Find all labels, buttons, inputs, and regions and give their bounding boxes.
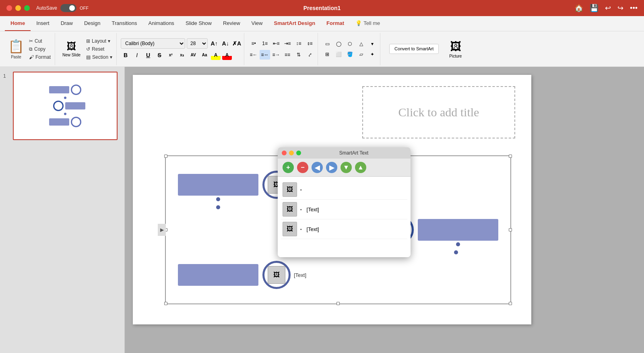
dialog-content: 🖼 ▪ 🖼 ▪ 🖼 ▪ xyxy=(278,177,411,257)
tab-view[interactable]: View xyxy=(246,16,268,31)
shape2-button[interactable]: ◯ xyxy=(333,39,344,49)
dialog-maximize-button[interactable] xyxy=(296,151,301,155)
tab-design[interactable]: Design xyxy=(78,16,106,31)
undo-icon[interactable]: ↩ xyxy=(605,4,611,12)
text-case-button[interactable]: Aa xyxy=(200,50,209,60)
minimize-button[interactable] xyxy=(15,5,21,11)
handle-top-left[interactable] xyxy=(164,155,167,158)
subscript-button[interactable]: x₂ xyxy=(177,50,187,60)
superscript-button[interactable]: x² xyxy=(166,50,175,60)
columns-button[interactable]: ⫾≡ xyxy=(305,39,315,48)
dialog-remove-button[interactable]: − xyxy=(297,162,308,173)
dialog-promote-button[interactable]: ◀ xyxy=(312,162,323,173)
dialog-title-bar: SmartArt Text xyxy=(278,147,411,159)
dialog-text-input-2[interactable] xyxy=(306,206,406,213)
save-icon[interactable]: 💾 xyxy=(590,4,599,12)
strikethrough-button[interactable]: S xyxy=(155,50,164,60)
shape4-button[interactable]: △ xyxy=(356,39,366,49)
tab-draw[interactable]: Draw xyxy=(55,16,78,31)
increase-indent-button[interactable]: ⇥≡ xyxy=(282,39,293,48)
shape-outline-button[interactable]: ▱ xyxy=(356,50,366,59)
font-size-select[interactable]: 28 xyxy=(187,38,208,49)
new-slide-button[interactable]: 🖼 New Slide xyxy=(59,39,84,59)
layout-button[interactable]: ⊞ Layout ▾ xyxy=(85,37,114,45)
handle-bottom-right[interactable] xyxy=(509,302,512,305)
numbering-button[interactable]: 1≡ xyxy=(260,39,270,48)
decrease-indent-button[interactable]: ⇤≡ xyxy=(271,39,281,48)
slide-thumb-box-1[interactable] xyxy=(13,72,118,140)
autosave-toggle[interactable] xyxy=(60,4,76,12)
tab-animations[interactable]: Animations xyxy=(143,16,180,31)
handle-bottom-middle[interactable] xyxy=(336,302,340,305)
increase-font-button[interactable]: A↑ xyxy=(209,39,219,48)
text-direction-button[interactable]: ⇅ xyxy=(293,50,304,60)
slide-number-1: 1 xyxy=(3,73,10,79)
justify-button[interactable]: ≡≡ xyxy=(282,50,293,60)
sa-rect-1 xyxy=(178,174,258,196)
handle-bottom-left[interactable] xyxy=(164,302,167,305)
handle-top-right[interactable] xyxy=(509,155,512,158)
tab-format[interactable]: Format xyxy=(321,16,350,31)
mini-rect-2 xyxy=(65,102,85,109)
italic-button[interactable]: I xyxy=(132,50,142,60)
more-icon[interactable]: ••• xyxy=(630,4,638,12)
align-right-button[interactable]: ≡→ xyxy=(271,50,281,60)
copy-button[interactable]: ⧉ Copy xyxy=(27,45,52,53)
collapse-arrow[interactable]: ▶ xyxy=(158,224,166,236)
arrange-button[interactable]: ⊞ xyxy=(322,50,332,59)
dialog-move-down-button[interactable]: ▼ xyxy=(341,162,352,173)
tab-tell-me[interactable]: 💡Tell me xyxy=(350,16,386,31)
decrease-font-button[interactable]: A↓ xyxy=(221,39,230,48)
tab-home[interactable]: Home xyxy=(5,16,31,31)
redo-icon[interactable]: ↪ xyxy=(617,4,623,12)
shape3-button[interactable]: ⬡ xyxy=(345,39,355,49)
home-icon[interactable]: 🏠 xyxy=(574,4,583,12)
dialog-demote-button[interactable]: ▶ xyxy=(326,162,337,173)
smart-lookup-button[interactable]: ⤤ xyxy=(305,50,315,60)
reset-button[interactable]: ↺ Reset xyxy=(85,45,114,53)
format-painter-button[interactable]: 🖌 Format xyxy=(27,54,52,61)
convert-to-smartart-button[interactable]: Convert to SmartArt xyxy=(389,44,439,54)
dialog-minimize-button[interactable] xyxy=(289,151,294,155)
quick-styles-button[interactable]: ⬜ xyxy=(333,50,344,59)
paste-button[interactable]: 📋 Paste xyxy=(6,37,27,61)
shape-effects-button[interactable]: ✦ xyxy=(367,50,378,59)
cut-button[interactable]: ✂ Cut xyxy=(27,37,52,45)
maximize-button[interactable] xyxy=(24,5,30,11)
dialog-text-input-3[interactable] xyxy=(306,225,406,233)
dialog-close-button[interactable] xyxy=(282,151,287,155)
dialog-move-up-button[interactable]: ▲ xyxy=(355,162,366,173)
line-spacing-button[interactable]: ↕≡ xyxy=(293,39,304,48)
tab-slideshow[interactable]: Slide Show xyxy=(180,16,217,31)
sa-connector-dot-2 xyxy=(456,242,460,246)
shape1-button[interactable]: ▭ xyxy=(322,39,332,49)
section-button[interactable]: ▤ Section ▾ xyxy=(85,54,114,61)
underline-button[interactable]: U xyxy=(143,50,153,60)
shape-fill-button[interactable]: 🪣 xyxy=(345,50,355,59)
picture-button[interactable]: 🖼 Picture xyxy=(444,38,466,60)
highlight-color-button[interactable]: A xyxy=(211,50,221,60)
dialog-text-input-1[interactable] xyxy=(306,186,406,194)
main-area: 1 xyxy=(0,67,644,353)
align-center-button[interactable]: ≡↔ xyxy=(260,50,270,60)
close-button[interactable] xyxy=(6,5,12,11)
tab-smartart-design[interactable]: SmartArt Design xyxy=(268,16,321,31)
font-color-button[interactable]: A xyxy=(222,50,232,60)
tab-insert[interactable]: Insert xyxy=(31,16,55,31)
sa-text-3: [Text] xyxy=(294,272,306,278)
clear-format-button[interactable]: ✗A xyxy=(232,39,242,48)
bold-button[interactable]: B xyxy=(121,50,130,60)
sa-img-3: 🖼 xyxy=(268,266,285,284)
tab-review[interactable]: Review xyxy=(217,16,246,31)
handle-middle-right[interactable] xyxy=(509,228,512,231)
dialog-add-button[interactable]: + xyxy=(283,162,294,173)
tab-transitions[interactable]: Transitions xyxy=(106,16,142,31)
font-name-select[interactable]: Calibri (Body) xyxy=(121,38,185,49)
character-spacing-button[interactable]: AV xyxy=(188,50,198,60)
align-left-button[interactable]: ≡← xyxy=(248,50,259,60)
bullets-button[interactable]: ≡• xyxy=(248,39,259,48)
bullet-2: ▪ xyxy=(300,207,302,212)
sa-circle-3[interactable]: 🖼 xyxy=(262,261,291,289)
title-placeholder[interactable]: Click to add title xyxy=(362,86,515,138)
more-shapes-button[interactable]: ▾ xyxy=(367,39,378,49)
